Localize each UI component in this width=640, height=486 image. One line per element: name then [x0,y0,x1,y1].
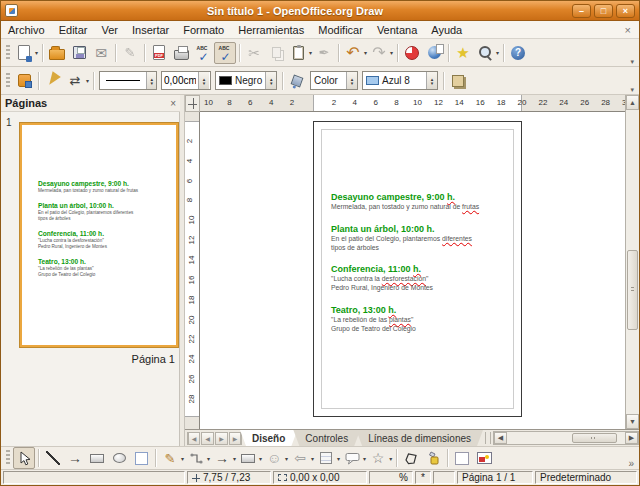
menu-formato[interactable]: Formato [176,23,231,37]
status-position-cell[interactable]: 7,75 / 7,23 [187,471,271,484]
status-zoom-cell[interactable]: % [369,471,413,484]
arrow-style-dropdown[interactable]: ▾ [86,77,89,84]
toolbar-grip[interactable] [6,450,10,466]
pages-panel-close-icon[interactable]: × [170,98,176,109]
curve-dropdown-icon[interactable]: ▾ [181,455,184,462]
rectangle-icon[interactable] [86,447,108,469]
arrow-icon[interactable]: → [64,447,86,469]
navigator-icon[interactable] [423,42,445,64]
line-color-select[interactable]: Negro ▴▾ [215,71,277,90]
tab-disen-o[interactable]: Diseño [240,430,297,446]
toolbar-overflow-icon[interactable]: ▾ [627,86,637,94]
menu-modificar[interactable]: Modificar [311,23,370,37]
line-width-field[interactable]: ▴▾ [161,71,211,90]
block-arrows-icon[interactable]: ⇦ [289,447,311,469]
email-icon[interactable]: ✉ [90,42,112,64]
title-bar[interactable]: Sin título 1 - OpenOffice.org Draw – □ × [1,1,639,21]
scroll-up-icon[interactable]: ▲ [626,95,639,110]
fill-type-select[interactable]: Color ▴▾ [310,71,358,90]
line-width-input[interactable] [162,75,198,86]
fill-color-select[interactable]: Azul 8 ▴▾ [362,71,438,90]
fontwork-icon[interactable] [451,447,473,469]
help-icon[interactable] [507,42,529,64]
stars-icon[interactable]: ☆ [367,447,389,469]
page-text-content[interactable]: Desayuno campestre, 9:00 h.Mermelada, pa… [331,192,509,346]
zoom-dropdown-icon[interactable]: ▾ [496,49,499,56]
scroll-right-icon[interactable]: ▶ [625,432,638,444]
connector-dropdown-icon[interactable]: ▾ [207,455,210,462]
previous-layer-icon[interactable]: ◀ [201,432,214,445]
undo-icon[interactable]: ↶ [342,42,364,64]
menu-ventana[interactable]: Ventana [370,23,424,37]
select-icon[interactable] [13,447,35,469]
basic-shapes-dropdown-icon[interactable]: ▾ [259,455,262,462]
vertical-scrollbar[interactable]: ▲ ▼ [625,95,639,429]
paste-dropdown-icon[interactable]: ▾ [309,49,312,56]
fill-type-spinner[interactable]: ▴▾ [346,72,357,89]
document-page[interactable]: Desayuno campestre, 9:00 h.Mermelada, pa… [313,121,522,417]
callouts-icon[interactable] [341,447,363,469]
connector-icon[interactable] [185,447,207,469]
chart-icon[interactable] [401,42,423,64]
lines-arrows-dropdown-icon[interactable]: ▾ [233,455,236,462]
new-document-icon[interactable] [13,42,35,64]
star-icon[interactable]: ★ [452,42,474,64]
horizontal-scrollbar[interactable]: ◀ ▶ [493,431,639,445]
minimize-button[interactable]: – [572,4,591,18]
paste-icon[interactable] [287,42,309,64]
ruler-origin-button[interactable] [185,95,200,112]
drawing-toolbar-overflow-icon[interactable]: » [625,458,637,469]
callouts-dropdown-icon[interactable]: ▾ [363,455,366,462]
picture-icon[interactable] [473,447,495,469]
redo-dropdown-icon[interactable]: ▾ [390,49,393,56]
new-document-dropdown-icon[interactable]: ▾ [35,49,38,56]
curve-icon[interactable]: ✎ [159,447,181,469]
flowchart-icon[interactable] [315,447,337,469]
fill-color-spinner[interactable]: ▴▾ [426,72,437,89]
status-style-cell[interactable]: Predeterminado [535,471,637,484]
area-dialog-icon[interactable] [286,70,308,92]
symbol-shapes-dropdown-icon[interactable]: ▾ [285,455,288,462]
line-width-spinner[interactable]: ▴▾ [198,72,209,89]
ellipse-icon[interactable] [108,447,130,469]
first-layer-icon[interactable]: ◀ [187,432,200,445]
tab-li-neas-de-dimensiones[interactable]: Líneas de dimensiones [356,430,483,446]
line-color-spinner[interactable]: ▴▾ [265,72,276,89]
next-layer-icon[interactable]: ▶ [215,432,228,445]
edit-points-icon[interactable] [13,70,35,92]
line-icon[interactable] [42,447,64,469]
lines-arrows-icon[interactable]: → [211,447,233,469]
menu-editar[interactable]: Editar [52,23,95,37]
basic-shapes-icon[interactable] [237,447,259,469]
vertical-ruler[interactable]: 246810121416182022242628 [185,112,200,429]
save-icon[interactable] [68,42,90,64]
line-style-select[interactable]: ▴▾ [99,71,157,90]
page-thumbnail[interactable]: Desayuno campestre, 9:00 h.Mermelada, pa… [20,123,178,347]
close-button[interactable]: × [616,4,635,18]
arrow-style-icon[interactable]: ⇄ [64,70,86,92]
points-icon[interactable] [400,447,422,469]
text-icon[interactable] [130,447,152,469]
block-arrows-dropdown-icon[interactable]: ▾ [311,455,314,462]
status-page-cell[interactable]: Página 1 / 1 [457,471,533,484]
stars-dropdown-icon[interactable]: ▾ [389,455,392,462]
export-pdf-icon[interactable] [148,42,170,64]
status-size-cell[interactable]: 0,00 x 0,00 [273,471,367,484]
close-document-icon[interactable]: × [617,24,639,36]
horizontal-ruler[interactable]: 10864224681012141618202224262830 [200,95,625,112]
menu-ayuda[interactable]: Ayuda [424,23,469,37]
line-dialog-icon[interactable] [42,70,64,92]
print-icon[interactable] [170,42,192,64]
menu-herramientas[interactable]: Herramientas [231,23,311,37]
horizontal-scrollbar-thumb[interactable] [572,433,617,443]
open-icon[interactable] [46,42,68,64]
scroll-left-icon[interactable]: ◀ [494,432,507,444]
drawing-canvas[interactable]: Desayuno campestre, 9:00 h.Mermelada, pa… [200,112,625,429]
tab-controles[interactable]: Controles [293,430,360,446]
symbol-shapes-icon[interactable]: ☺ [263,447,285,469]
zoom-icon[interactable] [474,42,496,64]
menu-ver[interactable]: Ver [94,23,125,37]
autospellcheck-icon[interactable] [214,42,236,64]
vertical-scrollbar-thumb[interactable] [627,250,638,330]
line-style-spinner[interactable]: ▴▾ [146,72,156,89]
